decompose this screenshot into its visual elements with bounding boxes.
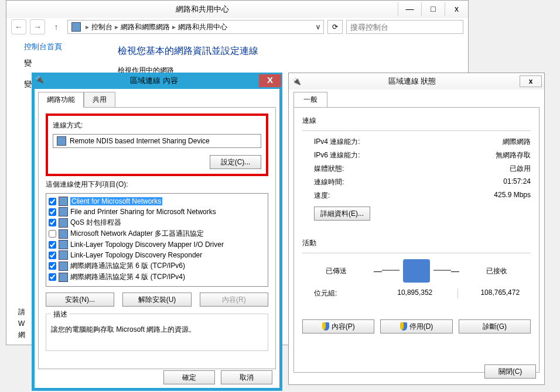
nav-bar: ← → ↑ ▸ 控制台▸ 網路和網際網路▸ 網路和共用中心 v ⟳ [6,18,468,36]
list-item[interactable]: Link-Layer Topology Discovery Responder [47,250,267,260]
protocol-icon [59,207,68,216]
protocol-icon [59,197,68,206]
item-checkbox[interactable] [49,241,56,249]
adapter-field[interactable]: Remote NDIS based Internet Sharing Devic… [53,134,261,148]
computers-icon [403,259,430,283]
highlight-box: 連線方式: Remote NDIS based Internet Sharing… [46,114,268,176]
bytes-received: 108,765,472 [470,288,531,298]
list-item[interactable]: File and Printer Sharing for Microsoft N… [47,207,267,217]
maximize-button[interactable]: □ [421,2,445,16]
sent-label: 已傳送 [326,266,347,276]
window-titlebar: 網路和共用中心 — □ x [6,1,468,18]
ok-button[interactable]: 確定 [163,370,215,384]
list-item[interactable]: Client for Microsoft Networks [47,196,267,207]
forward-button[interactable]: → [30,19,45,35]
minimize-button[interactable]: — [398,2,421,16]
properties-button[interactable]: 內容(P) [302,319,374,333]
status-pane: 連線 IPv4 連線能力:網際網路 IPv6 連線能力:無網路存取 媒體狀態:已… [293,107,539,373]
item-checkbox[interactable] [49,219,56,226]
footer-links: 請 W 網 [18,305,25,340]
breadcrumb[interactable]: ▸ 控制台▸ 網路和網際網路▸ 網路和共用中心 v [67,20,324,34]
item-checkbox[interactable] [49,252,56,259]
item-label: Microsoft Network Adapter 多工器通訊協定 [70,229,204,239]
item-checkbox[interactable] [49,273,56,281]
cancel-button[interactable]: 取消 [221,370,272,384]
item-checkbox[interactable] [49,262,56,270]
protocol-icon [59,240,68,249]
connect-using-label: 連線方式: [53,121,261,130]
details-button[interactable]: 詳細資料(E)... [314,207,370,221]
list-item[interactable]: QoS 封包排程器 [47,217,267,228]
uninstall-button[interactable]: 解除安裝(U) [122,293,191,307]
tab-sharing[interactable]: 共用 [84,92,115,108]
shield-icon [322,322,329,331]
activity-header: 活動 [302,238,531,248]
description-text: 讓您的電腦能夠存取 Microsoft 網路上的資源。 [51,325,263,335]
close-button[interactable]: x [520,75,542,87]
connection-properties-dialog: 🔌 區域連線 內容 X 網路功能 共用 連線方式: Remote NDIS ba… [32,73,282,391]
search-input[interactable] [346,20,463,34]
refresh-button[interactable]: ⟳ [327,20,343,34]
close-button[interactable]: x [445,2,468,16]
page-heading: 檢視您基本的網路資訊並設定連線 [118,45,258,57]
received-label: 已接收 [486,266,507,276]
adapter-icon [57,136,66,146]
protocol-icon [59,218,68,228]
protocol-icon [59,250,68,260]
list-item[interactable]: Microsoft Network Adapter 多工器通訊協定 [47,228,267,239]
item-label: Link-Layer Topology Discovery Mapper I/O… [70,240,224,249]
control-panel-home-link[interactable]: 控制台首頁 [24,42,106,52]
network-adapter-icon: 🔌 [35,75,46,86]
item-checkbox[interactable] [49,198,56,205]
close-button[interactable]: X [259,74,281,87]
connection-header: 連線 [302,116,531,126]
list-item[interactable]: 網際網路通訊協定第 4 版 (TCP/IPv4) [47,271,267,283]
items-label: 這個連線使用下列項目(O): [46,180,268,190]
item-label: Client for Microsoft Networks [70,197,162,205]
item-label: File and Printer Sharing for Microsoft N… [70,208,216,216]
dialog-titlebar: 🔌 區域連線 狀態 x [289,73,544,90]
shield-icon [400,322,407,331]
network-icon [71,22,81,32]
item-checkbox[interactable] [49,230,56,238]
item-label: 網際網路通訊協定第 4 版 (TCP/IPv4) [70,272,185,282]
bytes-sent: 10,895,352 [384,288,446,298]
connection-status-dialog: 🔌 區域連線 狀態 x 一般 連線 IPv4 連線能力:網際網路 IPv6 連線… [288,73,545,385]
description-group: 描述 讓您的電腦能夠存取 Microsoft 網路上的資源。 [46,314,268,351]
tab-general[interactable]: 一般 [293,92,327,107]
item-label: QoS 封包排程器 [70,218,121,228]
item-properties-button[interactable]: 內容(R) [200,293,268,307]
protocol-icon [59,229,68,239]
network-adapter-icon: 🔌 [292,77,301,85]
back-button[interactable]: ← [11,19,26,35]
bytes-label: 位元組: [314,288,384,298]
item-label: 網際網路通訊協定第 6 版 (TCP/IPv6) [70,261,185,271]
close-dialog-button[interactable]: 關閉(C) [484,365,536,379]
protocol-icon [59,262,68,271]
protocol-icon [59,273,68,282]
item-label: Link-Layer Topology Discovery Responder [70,251,202,259]
description-label: 描述 [51,310,70,319]
diagnose-button[interactable]: 診斷(G) [459,319,531,333]
install-button[interactable]: 安裝(N)... [46,293,114,307]
tab-networking[interactable]: 網路功能 [38,92,84,108]
item-checkbox[interactable] [49,208,56,216]
disable-button[interactable]: 停用(D) [380,319,452,333]
dialog-title: 區域連線 狀態 [305,76,520,87]
dialog-titlebar: 🔌 區域連線 內容 X [32,73,282,89]
list-item[interactable]: Link-Layer Topology Discovery Mapper I/O… [47,239,267,250]
list-item[interactable]: 網際網路通訊協定第 6 版 (TCP/IPv6) [47,260,267,271]
window-title: 網路和共用中心 [6,4,398,15]
protocol-list[interactable]: Client for Microsoft Networks File and P… [46,193,268,287]
up-button[interactable]: ↑ [49,19,64,35]
configure-button[interactable]: 設定(C)... [210,155,261,169]
tab-pane: 連線方式: Remote NDIS based Internet Sharing… [38,107,276,369]
dialog-title: 區域連線 內容 [49,75,259,86]
